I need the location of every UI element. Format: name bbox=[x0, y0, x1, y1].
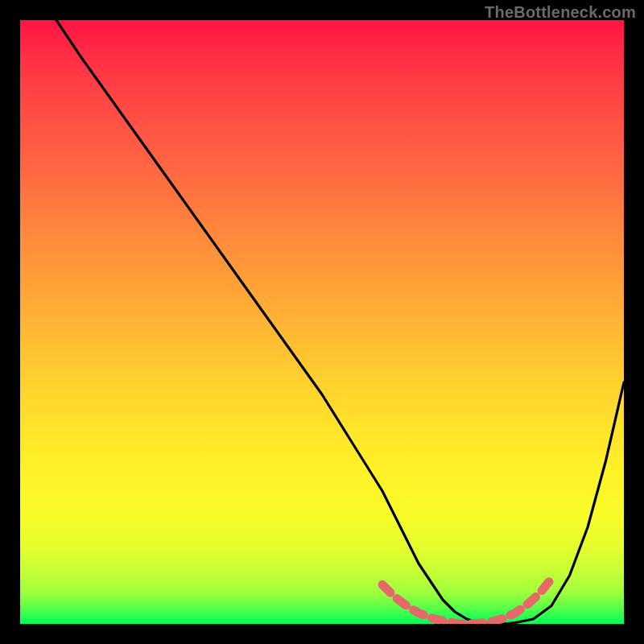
plot-area bbox=[20, 20, 624, 624]
watermark-text: TheBottleneck.com bbox=[485, 3, 636, 22]
chart-frame: TheBottleneck.com bbox=[0, 0, 644, 644]
bottleneck-curve bbox=[20, 20, 624, 624]
